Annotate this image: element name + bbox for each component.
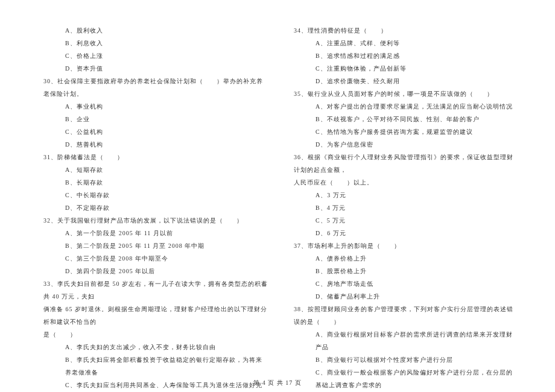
option-text: A、商业银行根据对目标客户群的需求所进行调查的结果来开发理财产品 (316, 328, 519, 353)
question-num: 38 (294, 306, 301, 312)
question-32: 32、关于我国银行理财产品市场的发展，以下说法错误的是（ ） (43, 214, 268, 227)
option-text: C、注重购物体验，产品创新等 (316, 62, 519, 75)
question-continuation: 是（ ） (43, 328, 268, 341)
option-text: B、企业 (65, 113, 268, 125)
question-continuation: 俩准备 65 岁时退休。则根据生命周期理论，理财客户经理给出的以下理财分析和建议… (43, 303, 268, 328)
option-text: C、公益机构 (65, 125, 268, 138)
question-num: 32 (43, 217, 51, 224)
question-38: 38、按照理财顾问业务的客户管理要求，下列对客户实行分层管理的表述错误的是（ ） (294, 303, 519, 328)
option-text: D、慈善机构 (65, 138, 268, 151)
option-text: B、长期存款 (65, 176, 268, 189)
question-text: 、银行业从业人员面对客户的时候，哪一项是不应该做的（ ） (301, 90, 493, 97)
option-text: A、3 万元 (316, 189, 519, 201)
option-text: A、注重品牌、式样、便利等 (316, 37, 519, 49)
option-text: A、对客户提出的合理要求尽量满足，无法满足的应当耐心说明情况 (316, 100, 519, 113)
question-34: 34、理性消费的特征是（ ） (294, 24, 519, 37)
option-text: C、房地产市场走低 (316, 277, 519, 290)
option-text: A、第一个阶段是 2005 年 11 月以前 (65, 227, 268, 239)
question-text: 、阶梯储蓄法是（ ） (51, 154, 124, 160)
question-num: 34 (294, 27, 301, 34)
option-text: B、李氏夫妇应将全部积蓄投资于收益稳定的银行定期存款，为将来养老做准备 (65, 353, 268, 379)
question-num: 33 (43, 280, 51, 287)
option-text: A、短期存款 (65, 163, 268, 176)
option-text: D、为客户信息保密 (316, 138, 519, 151)
question-33: 33、李氏夫妇目前都是 50 岁左右，有一儿子在读大学，拥有各类型态的积蓄共 4… (43, 277, 268, 303)
option-text: B、4 万元 (316, 201, 519, 214)
option-text: D、资本升值 (65, 62, 268, 75)
question-text: 、社会保障主要指政府举办的养老社会保险计划和（ ）举办的补充养老保险计划。 (43, 78, 263, 97)
question-31: 31、阶梯储蓄法是（ ） (43, 151, 268, 163)
option-text: C、中长期存款 (65, 189, 268, 201)
page-footer: 第 4 页 共 17 页 (0, 379, 555, 387)
question-text: 、李氏夫妇目前都是 50 岁左右，有一儿子在读大学，拥有各类型态的积蓄共 40 … (43, 280, 268, 300)
question-num: 36 (294, 154, 301, 160)
question-text: 、理性消费的特征是（ ） (301, 27, 387, 34)
question-text: 、市场利率上升的影响是（ ） (301, 242, 401, 249)
question-text: 、根据《商业银行个人理财业务风险管理指引》的要求，保证收益型理财计划的起点金额， (294, 154, 513, 173)
option-text: D、不定期存款 (65, 201, 268, 214)
option-text: C、热情地为客户服务提供咨询方案，规避监管的建议 (316, 125, 519, 138)
option-text: D、第四个阶段是 2005 年以后 (65, 265, 268, 277)
option-text: D、储蓄产品利率上升 (316, 290, 519, 303)
page-content: A、股利收入 B、利息收入 C、价格上涨 D、资本升值 30、社会保障主要指政府… (0, 0, 555, 371)
option-text: A、债券价格上升 (316, 252, 519, 265)
question-num: 37 (294, 242, 301, 249)
option-text: A、股利收入 (65, 24, 268, 37)
option-text: B、股票价格上升 (316, 265, 519, 277)
left-column: A、股利收入 B、利息收入 C、价格上涨 D、资本升值 30、社会保障主要指政府… (30, 24, 278, 353)
question-continuation: 人民币应在（ ）以上。 (294, 176, 519, 189)
page-number: 第 4 页 共 17 页 (253, 379, 302, 386)
question-num: 31 (43, 154, 51, 160)
question-num: 35 (294, 90, 301, 97)
option-text: A、李氏夫妇的支出减少，收入不变，财务比较自由 (65, 341, 268, 353)
question-35: 35、银行业从业人员面对客户的时候，哪一项是不应该做的（ ） (294, 87, 519, 100)
option-text: B、追求情感和过程的满足感 (316, 49, 519, 62)
question-36: 36、根据《商业银行个人理财业务风险管理指引》的要求，保证收益型理财计划的起点金… (294, 151, 519, 176)
option-text: D、追求价廉物美、经久耐用 (316, 75, 519, 87)
question-num: 30 (43, 78, 51, 84)
right-column: 34、理性消费的特征是（ ） A、注重品牌、式样、便利等 B、追求情感和过程的满… (278, 24, 525, 353)
option-text: C、5 万元 (316, 214, 519, 227)
option-text: B、商业银行可以根据对个性度对客户进行分层 (316, 353, 519, 366)
option-text: B、利息收入 (65, 37, 268, 49)
option-text: A、事业机构 (65, 100, 268, 113)
question-text: 、关于我国银行理财产品市场的发展，以下说法错误的是（ ） (51, 217, 243, 224)
question-37: 37、市场利率上升的影响是（ ） (294, 239, 519, 252)
option-text: B、第二个阶段是 2005 年 11 月至 2008 年中期 (65, 239, 268, 252)
option-text: D、6 万元 (316, 227, 519, 239)
question-30: 30、社会保障主要指政府举办的养老社会保险计划和（ ）举办的补充养老保险计划。 (43, 75, 268, 100)
question-text: 、按照理财顾问业务的客户管理要求，下列对客户实行分层管理的表述错误的是（ ） (294, 306, 513, 325)
option-text: B、不歧视客户，公平对待不同民族、性别、年龄的客户 (316, 113, 519, 125)
option-text: C、第三个阶段是 2008 年中期至今 (65, 252, 268, 265)
option-text: C、价格上涨 (65, 49, 268, 62)
